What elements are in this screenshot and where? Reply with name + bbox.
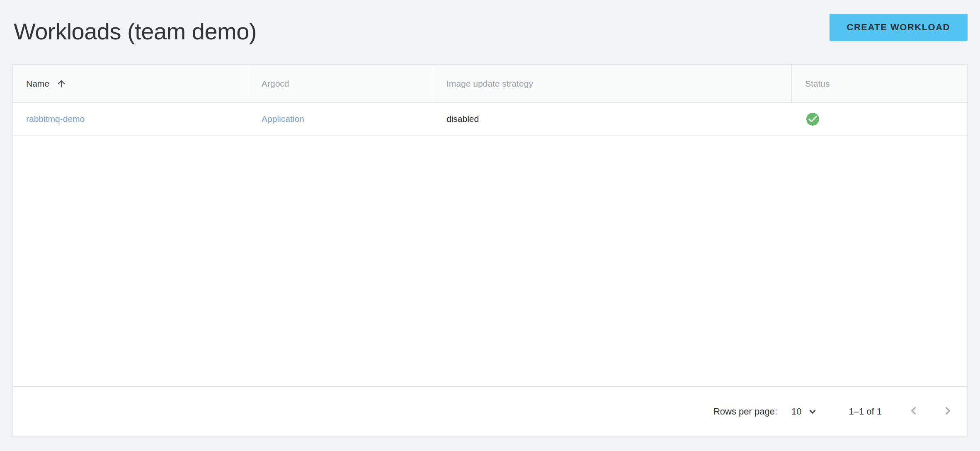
chevron-down-icon	[806, 405, 819, 418]
rows-per-page-label: Rows per page:	[713, 406, 777, 417]
previous-page-button[interactable]	[906, 404, 922, 419]
page-title: Workloads (team demo)	[14, 15, 257, 48]
rows-per-page-select[interactable]: 10	[791, 405, 819, 418]
chevron-right-icon	[940, 403, 956, 420]
argocd-application-link[interactable]: Application	[262, 114, 304, 124]
column-header-image-update-strategy: Image update strategy	[433, 65, 792, 102]
next-page-button[interactable]	[940, 404, 956, 419]
image-update-strategy-value: disabled	[446, 114, 479, 124]
column-header-name[interactable]: Name	[13, 65, 248, 102]
table-empty-area	[13, 136, 967, 386]
cell-argocd: Application	[248, 103, 433, 135]
pagination-range-label: 1–1 of 1	[849, 406, 882, 417]
sort-ascending-arrow-icon	[56, 78, 67, 89]
column-header-name-label: Name	[26, 79, 49, 89]
workload-name-link[interactable]: rabbitmq-demo	[26, 114, 85, 124]
workloads-table: Name Argocd Image update strategy Status…	[12, 64, 968, 436]
table-pagination: Rows per page: 10 1–1 of 1	[13, 386, 967, 436]
column-header-status-label: Status	[805, 79, 830, 89]
table-header-row: Name Argocd Image update strategy Status	[13, 65, 967, 103]
top-bar: Workloads (team demo) CREATE WORKLOAD	[0, 0, 980, 64]
column-header-status: Status	[792, 65, 967, 102]
column-header-argocd-label: Argocd	[262, 79, 289, 89]
cell-status	[792, 103, 967, 135]
table-row: rabbitmq-demo Application disabled	[13, 103, 967, 136]
chevron-left-icon	[906, 403, 922, 420]
rows-per-page-value: 10	[791, 406, 801, 417]
status-check-circle-icon	[805, 112, 820, 127]
column-header-argocd: Argocd	[248, 65, 433, 102]
column-header-image-update-strategy-label: Image update strategy	[446, 79, 533, 89]
create-workload-button[interactable]: CREATE WORKLOAD	[830, 14, 968, 41]
cell-name: rabbitmq-demo	[13, 103, 248, 135]
cell-image-update-strategy: disabled	[433, 103, 792, 135]
